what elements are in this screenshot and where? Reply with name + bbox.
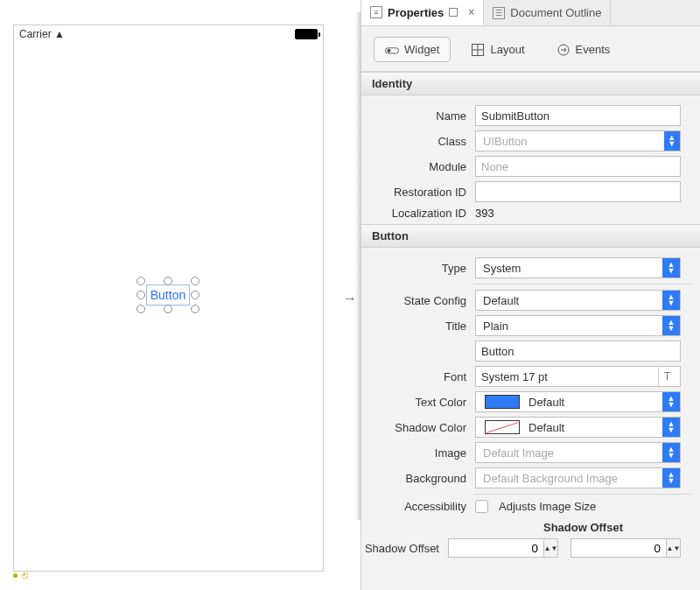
- chevron-down-icon[interactable]: ▲▼: [662, 392, 680, 411]
- shadow-color-dropdown[interactable]: Default ▲▼: [475, 417, 681, 438]
- state-value: Default: [483, 294, 519, 307]
- font-label: Font: [361, 370, 475, 383]
- svg-point-1: [387, 48, 390, 52]
- accessibility-check-label: Adjusts Image Size: [499, 500, 596, 513]
- color-swatch-blue: [485, 395, 520, 409]
- tab-document-outline[interactable]: ☰ Document Outline: [484, 0, 611, 25]
- accessibility-checkbox[interactable]: [475, 500, 488, 513]
- carrier-label: Carrier ▲: [19, 28, 65, 40]
- selected-button-widget[interactable]: Button: [139, 279, 197, 311]
- dock-icon[interactable]: [449, 8, 458, 17]
- module-label: Module: [361, 160, 475, 173]
- shadow-y-field[interactable]: [570, 538, 667, 558]
- title-label: Title: [361, 320, 475, 333]
- accessibility-label: Accessibility: [361, 500, 475, 513]
- restoration-field[interactable]: [475, 181, 681, 202]
- sub-tab-bar: Widget Layout Events: [361, 26, 700, 72]
- battery-icon: [295, 29, 318, 39]
- textcolor-value: Default: [528, 396, 662, 409]
- chevron-down-icon[interactable]: ▲▼: [664, 131, 680, 151]
- tab-properties[interactable]: ≡ Properties ×: [361, 0, 484, 25]
- panel-splitter[interactable]: →: [340, 0, 360, 590]
- panel-tab-bar: ≡ Properties × ☰ Document Outline: [361, 0, 700, 26]
- resize-handle-w[interactable]: [136, 291, 145, 299]
- localization-value: 393: [475, 207, 494, 220]
- subtab-events[interactable]: Events: [545, 37, 622, 62]
- type-value: System: [483, 262, 521, 275]
- resize-handle-n[interactable]: [164, 277, 172, 285]
- resize-handle-se[interactable]: [191, 305, 200, 313]
- section-button-header: Button: [361, 224, 700, 248]
- resize-handle-nw[interactable]: [136, 277, 145, 285]
- background-dropdown[interactable]: Default Background Image ▲▼: [475, 467, 681, 488]
- events-icon: [556, 45, 570, 55]
- chevron-down-icon[interactable]: ▲▼: [662, 291, 680, 310]
- resize-handle-s[interactable]: [164, 305, 172, 313]
- stepper-arrows-icon[interactable]: ▲▼: [544, 538, 558, 558]
- state-label: State Config: [361, 294, 475, 307]
- shadowcolor-label: Shadow Color: [361, 421, 475, 434]
- class-label: Class: [361, 135, 475, 148]
- properties-icon: ≡: [370, 6, 382, 18]
- state-config-dropdown[interactable]: Default ▲▼: [475, 290, 681, 311]
- background-label: Background: [361, 472, 475, 485]
- title-mode-value: Plain: [483, 320, 508, 333]
- layout-icon: [471, 45, 485, 55]
- background-placeholder: Default Background Image: [483, 472, 618, 485]
- subtab-layout-label: Layout: [490, 43, 524, 56]
- textcolor-label: Text Color: [361, 396, 475, 409]
- close-icon[interactable]: ×: [468, 6, 474, 18]
- designer-canvas[interactable]: Carrier ▲ Button ●⎋: [0, 9, 340, 586]
- shadow-offset-y-stepper[interactable]: ▲▼: [570, 538, 681, 558]
- title-mode-dropdown[interactable]: Plain ▲▼: [475, 315, 681, 336]
- subtab-events-label: Events: [576, 43, 611, 56]
- outline-icon: ☰: [493, 7, 505, 19]
- tab-outline-label: Document Outline: [510, 6, 601, 19]
- selection-outline: [146, 284, 190, 306]
- class-field[interactable]: [483, 132, 664, 150]
- chevron-down-icon[interactable]: ▲▼: [662, 443, 680, 462]
- button-form: Type System ▲▼ State Config Default ▲▼ T…: [361, 248, 700, 558]
- tab-properties-label: Properties: [388, 6, 444, 19]
- chevron-down-icon[interactable]: ▲▼: [662, 468, 680, 488]
- subtab-layout[interactable]: Layout: [459, 37, 536, 62]
- chevron-down-icon[interactable]: ▲▼: [662, 316, 680, 335]
- resize-handle-ne[interactable]: [191, 277, 200, 285]
- canvas-footer-icons[interactable]: ●⎋: [12, 569, 32, 581]
- wifi-icon: ▲: [54, 28, 65, 40]
- title-field[interactable]: [475, 341, 681, 362]
- type-label: Type: [361, 262, 475, 275]
- shadow-x-field[interactable]: [448, 538, 544, 558]
- shadowcolor-value: Default: [528, 421, 662, 434]
- divider: [473, 284, 691, 284]
- name-field[interactable]: [475, 105, 681, 126]
- font-picker-icon[interactable]: T: [658, 367, 676, 386]
- type-dropdown[interactable]: System ▲▼: [475, 257, 681, 278]
- class-dropdown[interactable]: ▲▼: [475, 130, 681, 151]
- image-placeholder: Default Image: [483, 446, 554, 460]
- chevron-down-icon[interactable]: ▲▼: [662, 258, 680, 277]
- status-bar: Carrier ▲: [14, 25, 323, 43]
- subtab-widget[interactable]: Widget: [374, 37, 451, 62]
- divider: [473, 494, 691, 495]
- resize-handle-e[interactable]: [191, 291, 200, 299]
- identity-form: Name Class ▲▼ Module Restoration ID Loca…: [361, 95, 700, 220]
- image-dropdown[interactable]: Default Image ▲▼: [475, 442, 681, 463]
- device-frame[interactable]: Carrier ▲ Button: [13, 25, 324, 572]
- widget-icon: [385, 45, 399, 55]
- chevron-down-icon[interactable]: ▲▼: [662, 418, 680, 437]
- section-identity-header: Identity: [361, 72, 700, 95]
- color-swatch-none: [485, 420, 520, 434]
- font-field[interactable]: [475, 366, 681, 387]
- text-color-dropdown[interactable]: Default ▲▼: [475, 391, 681, 412]
- shadow-offset-label: Shadow Offset: [361, 542, 448, 555]
- shadow-offset-x-stepper[interactable]: ▲▼: [448, 538, 558, 558]
- subtab-widget-label: Widget: [404, 43, 439, 56]
- image-label: Image: [361, 446, 475, 460]
- name-label: Name: [361, 109, 475, 123]
- module-field[interactable]: [475, 156, 681, 177]
- resize-handle-sw[interactable]: [136, 305, 145, 313]
- shadow-offset-header: Shadow Offset: [361, 517, 691, 534]
- restoration-label: Restoration ID: [361, 186, 475, 199]
- stepper-arrows-icon[interactable]: ▲▼: [667, 538, 681, 558]
